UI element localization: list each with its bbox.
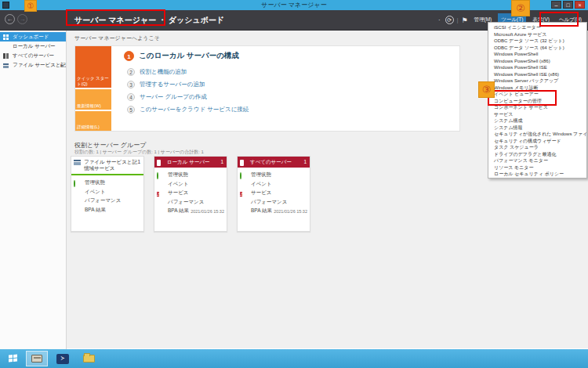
row-label: BPA 結果	[251, 207, 272, 213]
tool-item-resource-monitor[interactable]: リソース モニター	[488, 164, 586, 171]
tool-item-system-configuration[interactable]: システム構成	[488, 117, 586, 124]
whats-new-tab[interactable]: 最新情報(W)	[75, 89, 111, 110]
tile-row-performance[interactable]: パフォーマンス	[238, 197, 310, 207]
welcome-heading: サーバー マネージャーへようこそ	[74, 34, 160, 42]
tile-row-events[interactable]: イベント	[71, 187, 143, 197]
row-label: パフォーマンス	[85, 197, 121, 203]
step-connect-cloud-services[interactable]: 5 このサーバーをクラウド サービスに接続	[127, 106, 249, 114]
sidebar-item-label: ローカル サーバー	[13, 43, 56, 49]
sidebar-item-label: すべてのサーバー	[13, 52, 54, 58]
tool-item-memory-diagnostic[interactable]: Windows メモリ診断	[488, 85, 586, 92]
powershell-icon: ≻	[56, 354, 69, 364]
step-configure-local-server[interactable]: 1 このローカル サーバーの構成	[124, 51, 249, 61]
tool-item-performance-monitor[interactable]: パフォーマンス モニター	[488, 157, 586, 164]
tools-dropdown-menu: iSCSI イニシエーター Microsoft Azure サービス ODBC …	[488, 22, 587, 179]
step-create-server-group[interactable]: 4 サーバー グループの作成	[127, 93, 249, 101]
tool-item-powershell-x86[interactable]: Windows PowerShell (x86)	[488, 58, 586, 65]
tool-item-powershell-ise[interactable]: Windows PowerShell ISE	[488, 64, 586, 71]
taskbar-file-explorer[interactable]	[78, 351, 100, 366]
sidebar-item-label: ファイル サービスと記憶域...	[13, 62, 66, 67]
tile-timestamp: 2021/01/26 15:32	[191, 209, 224, 214]
server-icon	[157, 160, 161, 166]
tool-item-computer-management[interactable]: コンピューターの管理	[488, 98, 586, 105]
tool-item-server-backup[interactable]: Windows Server バックアップ	[488, 78, 586, 85]
taskbar: ≻	[0, 349, 588, 368]
tool-item-event-viewer[interactable]: イベント ビューアー	[488, 91, 586, 98]
tool-item-local-security-policy[interactable]: ローカル セキュリティ ポリシー	[488, 171, 586, 178]
notifications-flag-icon[interactable]: ⚑	[461, 16, 467, 24]
tile-all-servers[interactable]: すべてのサーバー 1 管理状態 イベント 2 サービス パフォーマンス	[237, 156, 310, 232]
tile-row-performance[interactable]: パフォーマンス	[154, 197, 227, 207]
sidebar-item-file-storage-services[interactable]: ファイル サービスと記憶域... ▶	[0, 60, 66, 70]
tile-row-bpa-results[interactable]: BPA 結果	[71, 205, 143, 215]
breadcrumb-separator: ・	[158, 16, 166, 24]
tool-item-iscsi-initiator[interactable]: iSCSI イニシエーター	[488, 24, 586, 31]
tile-row-manageability[interactable]: 管理状態	[238, 170, 310, 179]
tile-row-services[interactable]: 2 サービス	[154, 188, 227, 197]
step-label: 管理するサーバーの追加	[140, 81, 205, 88]
tile-row-performance[interactable]: パフォーマンス	[71, 196, 143, 205]
tile-server-count: 1	[220, 159, 223, 164]
tool-item-windows-firewall[interactable]: セキュリティが強化された Windows ファイアウォール	[488, 131, 586, 138]
minimize-button[interactable]: –	[551, 1, 561, 9]
step-number: 5	[127, 106, 135, 114]
maximize-button[interactable]: □	[563, 1, 573, 9]
breadcrumb-root[interactable]: サーバー マネージャー	[74, 16, 156, 24]
row-label: サービス	[251, 189, 271, 195]
forward-icon[interactable]: →	[17, 14, 27, 24]
tool-item-security-config-wizard[interactable]: セキュリティの構成ウィザード	[488, 138, 586, 145]
step-label: サーバー グループの作成	[140, 93, 207, 101]
taskbar-powershell[interactable]: ≻	[52, 351, 74, 366]
sidebar-item-local-server[interactable]: ローカル サーバー	[0, 41, 66, 51]
row-label: パフォーマンス	[168, 199, 204, 204]
tool-item-system-information[interactable]: システム情報	[488, 124, 586, 132]
tile-title: すべてのサーバー	[250, 159, 292, 164]
tool-item-services[interactable]: サービス	[488, 111, 586, 118]
annotation-badge-1: ①	[24, 0, 37, 12]
breadcrumb-current: ダッシュボード	[169, 16, 224, 24]
step-label: 役割と機能の追加	[140, 68, 187, 76]
close-button[interactable]: ×	[575, 1, 585, 9]
tool-item-azure-services[interactable]: Microsoft Azure サービス	[488, 31, 586, 38]
sidebar-item-dashboard[interactable]: ダッシュボード	[0, 32, 66, 41]
chevron-right-icon: ▶	[60, 60, 64, 70]
row-label: 管理状態	[85, 179, 105, 185]
tile-file-storage-services[interactable]: ファイル サービスと記憶域サービス 1 管理状態 イベント パフォーマンス BP…	[71, 156, 144, 232]
tile-title: ファイル サービスと記憶域サービス	[84, 159, 137, 171]
start-button[interactable]	[2, 352, 23, 366]
tool-item-component-services[interactable]: コンポーネント サービス	[488, 104, 586, 111]
learn-more-tab[interactable]: 詳細情報(L)	[75, 111, 111, 131]
sidebar-item-all-servers[interactable]: すべてのサーバー	[0, 51, 66, 60]
row-label: 管理状態	[168, 171, 188, 177]
step-number: 2	[127, 68, 135, 76]
tile-row-manageability[interactable]: 管理状態	[71, 178, 143, 187]
tile-row-manageability[interactable]: 管理状態	[154, 170, 227, 179]
step-label: このローカル サーバーの構成	[139, 51, 239, 61]
back-icon[interactable]: ←	[5, 14, 15, 24]
tool-item-defrag-optimize[interactable]: ドライブのデフラグと最適化	[488, 151, 586, 158]
tile-row-services[interactable]: 2 サービス	[238, 188, 310, 197]
taskbar-server-manager[interactable]	[26, 351, 48, 366]
tool-item-odbc-32[interactable]: ODBC データ ソース (32 ビット)	[488, 38, 586, 45]
tile-row-events[interactable]: イベント	[238, 179, 310, 189]
step-add-servers[interactable]: 3 管理するサーバーの追加	[127, 81, 249, 88]
window-titlebar: サーバー マネージャー – □ ×	[0, 0, 588, 10]
tool-item-odbc-64[interactable]: ODBC データ ソース (64 ビット)	[488, 45, 586, 52]
tile-timestamp: 2021/01/26 15:32	[274, 209, 307, 214]
tile-local-server[interactable]: ローカル サーバー 1 管理状態 イベント 2 サービス パフォーマンス	[154, 156, 227, 232]
windows-logo-icon	[9, 354, 17, 363]
sidebar: ダッシュボード ローカル サーバー すべてのサーバー ファイル サービスと記憶域…	[0, 31, 67, 349]
tile-row-events[interactable]: イベント	[154, 179, 227, 189]
sidebar-item-label: ダッシュボード	[13, 34, 49, 39]
tile-title: ローカル サーバー	[167, 159, 210, 164]
window-title: サーバー マネージャー	[0, 1, 588, 9]
refresh-icon[interactable]: ⟳	[445, 16, 454, 24]
step-add-roles-features[interactable]: 2 役割と機能の追加	[127, 68, 249, 76]
nav-bullet: ・	[437, 16, 442, 24]
quickstart-tab[interactable]: クイック スタート(Q)	[75, 46, 111, 88]
file-services-icon	[3, 63, 9, 68]
tool-item-task-scheduler[interactable]: タスク スケジューラ	[488, 144, 586, 151]
row-label: サービス	[168, 189, 188, 195]
tool-item-powershell[interactable]: Windows PowerShell	[488, 51, 586, 58]
tool-item-powershell-ise-x86[interactable]: Windows PowerShell ISE (x86)	[488, 71, 586, 78]
